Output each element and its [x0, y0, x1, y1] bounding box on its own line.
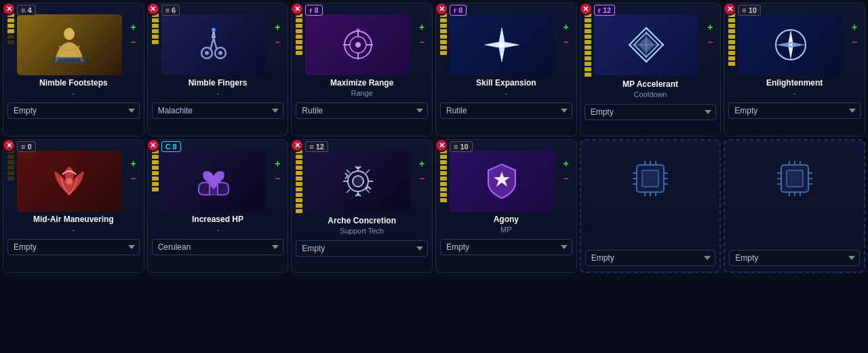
plus-btn-nimble-footsteps[interactable]: +: [127, 21, 140, 33]
card-title-skill-expansion: Skill Expansion: [476, 78, 536, 88]
plus-btn-agony[interactable]: +: [560, 157, 572, 170]
plus-btn-arche-concretion[interactable]: +: [416, 157, 428, 170]
card-grid: ✕ ≡ 4: [0, 0, 868, 276]
card-enlightenment: ✕ ≡ 10: [724, 3, 865, 136]
svg-point-23: [353, 176, 363, 187]
plus-btn-increased-hp[interactable]: +: [271, 157, 283, 170]
remove-btn-agony[interactable]: ✕: [435, 138, 448, 152]
plus-minus-nimble-footsteps: + −: [125, 7, 140, 48]
card-image-skill-expansion: [450, 14, 555, 75]
plus-btn-nimble-fingers[interactable]: +: [271, 21, 283, 33]
cost-bar-arche-concretion: [296, 144, 302, 213]
card-image-wrap-increased-hp: C 8: [161, 144, 267, 212]
card-select-arche-concretion[interactable]: EmptyMalachiteRutileCerulean: [296, 240, 428, 257]
plus-btn-maximize-range[interactable]: +: [416, 21, 428, 33]
card-header-nimble-fingers: ≡ 6 + −: [152, 7, 284, 75]
svg-rect-1: [52, 57, 86, 62]
card-image-nimble-footsteps: [17, 14, 122, 75]
card-select-enlightenment[interactable]: EmptyMalachiteRutileCerulean: [728, 103, 861, 119]
card-select-wrap-arche-concretion: EmptyMalachiteRutileCerulean: [296, 240, 428, 257]
empty-card-header: [585, 145, 716, 209]
card-agony: ✕ ≡ 10 + −: [435, 139, 577, 273]
card-image-wrap-nimble-footsteps: ≡ 4: [17, 7, 122, 75]
badge-cost-mp-accelerant: 12: [603, 6, 611, 14]
minus-btn-mid-air-maneuvering[interactable]: −: [127, 172, 140, 185]
minus-btn-mp-accelerant[interactable]: −: [704, 36, 716, 48]
badge-cost-mid-air-maneuvering: 0: [27, 143, 31, 151]
badge-cost-agony: 10: [460, 143, 468, 151]
card-subtitle-skill-expansion: -: [505, 89, 507, 98]
card-select-wrap-nimble-footsteps: EmptyMalachiteRutileCerulean: [7, 103, 140, 119]
empty-select-wrap-11: EmptyMalachiteRutileCerulean: [729, 209, 860, 266]
empty-select-11[interactable]: EmptyMalachiteRutileCerulean: [729, 250, 860, 266]
card-select-wrap-mp-accelerant: EmptyMalachiteRutileCerulean: [585, 104, 717, 120]
plus-btn-mp-accelerant[interactable]: +: [704, 21, 716, 33]
badge-icon-maximize-range: r: [309, 6, 312, 14]
remove-btn-nimble-fingers[interactable]: ✕: [146, 2, 160, 16]
card-header-arche-concretion: ≡ 12 + −: [296, 144, 428, 213]
card-select-nimble-fingers[interactable]: EmptyMalachiteRutileCerulean: [152, 103, 284, 119]
card-title-agony: Agony: [494, 215, 519, 224]
svg-point-6: [212, 28, 216, 32]
minus-btn-nimble-fingers[interactable]: −: [271, 36, 283, 48]
minus-btn-enlightenment[interactable]: −: [848, 36, 861, 48]
badge-cost-increased-hp: 8: [173, 143, 177, 151]
card-image-wrap-skill-expansion: r 8: [450, 7, 555, 75]
card-select-maximize-range[interactable]: EmptyMalachiteRutileCerulean: [296, 103, 428, 119]
svg-point-20: [66, 178, 73, 185]
minus-btn-increased-hp[interactable]: −: [271, 172, 283, 185]
badge-icon-nimble-footsteps: ≡: [21, 6, 25, 14]
card-header-mid-air-maneuvering: ≡ 0 + −: [7, 144, 140, 212]
card-select-mp-accelerant[interactable]: EmptyMalachiteRutileCerulean: [585, 104, 717, 120]
minus-btn-maximize-range[interactable]: −: [416, 36, 428, 48]
card-image-wrap-enlightenment: ≡ 10: [738, 7, 843, 75]
badge-cost-maximize-range: 8: [315, 6, 319, 14]
plus-btn-mid-air-maneuvering[interactable]: +: [127, 157, 140, 170]
card-image-maximize-range: [305, 14, 410, 75]
minus-btn-skill-expansion[interactable]: −: [560, 36, 572, 48]
badge-icon-mp-accelerant: r: [598, 6, 601, 14]
cost-bar-mp-accelerant: [585, 7, 591, 77]
badge-cost-arche-concretion: 12: [316, 143, 324, 151]
card-subtitle-agony: MP: [500, 225, 512, 235]
card-image-wrap-mid-air-maneuvering: ≡ 0: [17, 144, 122, 212]
cost-bar-enlightenment: [728, 7, 735, 66]
card-image-wrap-arche-concretion: ≡ 12: [305, 144, 410, 212]
card-select-agony[interactable]: EmptyMalachiteRutileCerulean: [440, 239, 572, 255]
card-select-skill-expansion[interactable]: EmptyMalachiteRutileCerulean: [440, 103, 572, 119]
plus-btn-enlightenment[interactable]: +: [848, 21, 861, 33]
card-empty-1: EmptyMalachiteRutileCerulean: [580, 139, 722, 273]
badge-arche-concretion: ≡ 12: [305, 141, 328, 152]
badge-icon-increased-hp: C: [165, 143, 171, 151]
empty-select-10[interactable]: EmptyMalachiteRutileCerulean: [585, 250, 716, 266]
card-select-wrap-mid-air-maneuvering: EmptyMalachiteRutileCerulean: [7, 239, 140, 255]
card-title-increased-hp: Increased HP: [192, 215, 243, 224]
card-increased-hp: ✕ C 8: [147, 139, 289, 273]
card-image-agony: [450, 151, 555, 212]
card-maximize-range: ✕ r 8: [291, 3, 433, 136]
plus-minus-mp-accelerant: + −: [701, 7, 716, 48]
plus-minus-agony: + −: [557, 144, 572, 185]
remove-btn-increased-hp[interactable]: ✕: [146, 138, 160, 152]
card-select-nimble-footsteps[interactable]: EmptyMalachiteRutileCerulean: [7, 103, 140, 119]
svg-point-19: [789, 43, 792, 46]
plus-minus-enlightenment: + −: [846, 7, 861, 48]
minus-btn-agony[interactable]: −: [560, 172, 572, 185]
plus-minus-arche-concretion: + −: [413, 144, 428, 185]
card-select-wrap-agony: EmptyMalachiteRutileCerulean: [440, 239, 572, 255]
card-select-increased-hp[interactable]: EmptyMalachiteRutileCerulean: [152, 239, 284, 255]
remove-btn-skill-expansion[interactable]: ✕: [435, 2, 448, 16]
card-select-mid-air-maneuvering[interactable]: EmptyMalachiteRutileCerulean: [7, 239, 140, 255]
card-select-wrap-skill-expansion: EmptyMalachiteRutileCerulean: [440, 103, 572, 119]
minus-btn-arche-concretion[interactable]: −: [416, 172, 428, 185]
card-image-arche-concretion: [305, 151, 410, 212]
minus-btn-nimble-footsteps[interactable]: −: [127, 36, 140, 48]
card-header-enlightenment: ≡ 10 + −: [728, 7, 861, 75]
card-header-nimble-footsteps: ≡ 4 + −: [7, 7, 140, 75]
remove-btn-mid-air-maneuvering[interactable]: ✕: [2, 138, 16, 152]
plus-btn-skill-expansion[interactable]: +: [560, 21, 572, 33]
remove-btn-nimble-footsteps[interactable]: ✕: [2, 2, 16, 16]
card-header-increased-hp: C 8 + −: [152, 144, 284, 212]
remove-btn-mp-accelerant[interactable]: ✕: [579, 2, 593, 16]
empty-select-wrap-10: EmptyMalachiteRutileCerulean: [585, 209, 716, 266]
